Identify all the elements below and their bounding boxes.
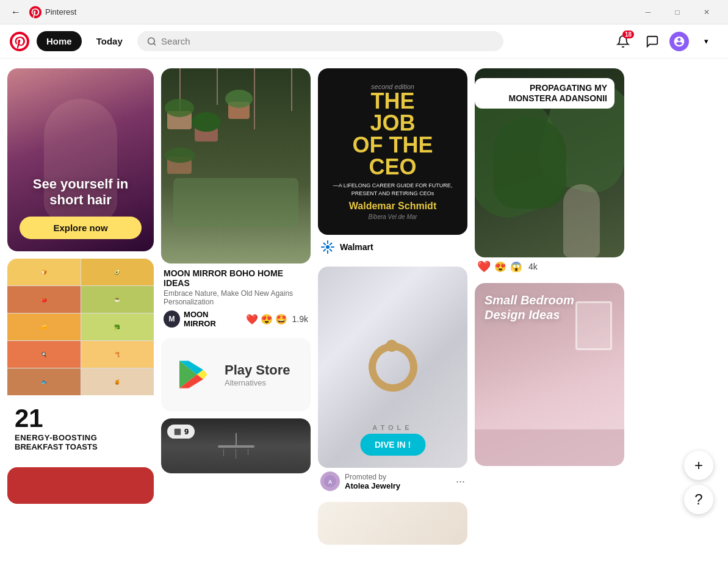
question-icon: ?: [694, 491, 702, 508]
bedroom-title: Small Bedroom Design Ideas: [485, 293, 614, 322]
toast-number: 21: [15, 404, 43, 432]
search-icon: [147, 37, 156, 46]
minimize-button[interactable]: ─: [634, 0, 662, 24]
notifications-button[interactable]: 18: [611, 29, 635, 54]
hair-promo-card[interactable]: See yourself in short hair Explore now: [7, 68, 154, 251]
playstore-subtitle: Alternatives: [225, 378, 290, 387]
plus-icon: +: [694, 457, 703, 474]
toast-title: ENERGY-BOOSTING: [15, 433, 146, 442]
breakfast-toasts-card[interactable]: 🍞 🥑 🍅 🥗 🧀 🥦 🍳 🥞 🐟 🍯 21 ENERGY-BOOSTING B…: [7, 259, 154, 460]
bedroom-card[interactable]: 1 Small Bedroom Design Ideas: [475, 283, 624, 466]
moon-count: 1.9k: [292, 314, 308, 324]
column-4: 1 PROPAGATING MY MONSTERA ADANSONII: [475, 68, 624, 466]
toast-subtitle: BREAKFAST TOASTS: [15, 442, 146, 451]
book-title: THE JOB OF THE CEO: [333, 90, 453, 178]
monstera-reactions: ❤️ 😍 😱 4k: [475, 257, 624, 276]
hair-promo-title: See yourself in short hair: [20, 176, 142, 208]
user-avatar[interactable]: [669, 32, 689, 51]
notification-badge: 18: [622, 30, 634, 38]
cat-icon: [673, 35, 685, 48]
chandelier-badge: 9: [167, 425, 195, 439]
explore-now-button[interactable]: Explore now: [20, 217, 142, 239]
walmart-icon: [320, 240, 335, 254]
light-room-card[interactable]: [318, 502, 467, 545]
red-fabric-card[interactable]: [7, 467, 154, 504]
moon-mirror-source: M MOON MIRROR: [164, 310, 241, 328]
chat-icon: [646, 35, 659, 48]
svg-line-8: [324, 243, 326, 245]
book-card[interactable]: second edition THE JOB OF THE CEO —A LIF…: [318, 68, 467, 259]
back-button[interactable]: ←: [7, 4, 24, 21]
atolea-avatar: A: [320, 472, 340, 491]
ring-card[interactable]: DIVE IN ! ATOLE A Promoted by: [318, 267, 467, 495]
help-button[interactable]: ?: [684, 485, 713, 514]
book-author: Waldemar Schmidt: [333, 201, 453, 212]
playstore-info: Play Store Alternatives: [225, 362, 290, 387]
today-button[interactable]: Today: [89, 31, 130, 51]
book-publisher: Bïbera Vel de Mar: [333, 213, 453, 220]
main-content: See yourself in short hair Explore now 🍞…: [0, 59, 728, 563]
svg-rect-2: [175, 428, 181, 435]
search-bar[interactable]: [137, 31, 503, 51]
add-button[interactable]: +: [684, 451, 713, 480]
svg-line-10: [324, 249, 326, 251]
pinterest-logo-icon: [29, 6, 41, 18]
search-input[interactable]: [161, 36, 494, 46]
plants-card[interactable]: 5: [161, 68, 311, 331]
column-2: 5: [161, 68, 311, 473]
promoter-name: Atolea Jewelry: [345, 481, 451, 490]
titlebar-brand-name: Pinterest: [45, 7, 76, 16]
promoted-by-label: Promoted by: [345, 473, 451, 481]
column-3: second edition THE JOB OF THE CEO —A LIF…: [318, 68, 467, 545]
monstera-card[interactable]: 1 PROPAGATING MY MONSTERA ADANSONII: [475, 68, 624, 276]
titlebar-brand: Pinterest: [29, 6, 76, 18]
monstera-text: PROPAGATING MY MONSTERA ADANSONII: [482, 83, 607, 104]
svg-line-11: [330, 243, 332, 245]
svg-line-9: [330, 249, 332, 251]
dive-in-button[interactable]: DIVE IN !: [360, 434, 425, 456]
close-button[interactable]: ✕: [693, 0, 721, 24]
home-button[interactable]: Home: [37, 31, 82, 51]
nav-right: 18 ▾: [611, 29, 718, 54]
playstore-title: Play Store: [225, 362, 290, 378]
source-name: MOON MIRROR: [184, 310, 240, 328]
chevron-down-icon: ▾: [704, 37, 708, 46]
svg-text:A: A: [328, 479, 333, 485]
svg-point-3: [326, 245, 330, 249]
back-icon: ←: [11, 7, 21, 18]
playstore-icon: [176, 355, 215, 394]
menu-chevron-button[interactable]: ▾: [694, 29, 718, 54]
promoted-section: A Promoted by Atolea Jewelry ···: [318, 468, 467, 495]
moon-mirror-info: MOON MIRROR BOHO HOME IDEAS Embrace Natu…: [161, 264, 311, 331]
messages-button[interactable]: [640, 29, 665, 54]
pinterest-nav-logo: [10, 32, 29, 51]
titlebar: ← Pinterest ─ □ ✕: [0, 0, 728, 24]
chandelier-card[interactable]: 9: [161, 418, 311, 473]
moon-subtitle: Embrace Nature, Make Old New Agains Pers…: [164, 289, 308, 306]
book-subtitle: —A LIFELONG CAREER GUIDE FOR FUTURE, PRE…: [333, 182, 453, 197]
moon-title: MOON MIRROR BOHO HOME IDEAS: [164, 268, 308, 288]
more-options-button[interactable]: ···: [456, 475, 465, 488]
playstore-card[interactable]: Play Store Alternatives: [161, 338, 311, 411]
promoted-info: Promoted by Atolea Jewelry: [345, 473, 451, 490]
window-controls: ─ □ ✕: [634, 0, 721, 24]
book-info: second edition THE JOB OF THE CEO —A LIF…: [333, 83, 453, 220]
navbar: Home Today 18 ▾: [0, 24, 728, 59]
walmart-name: Walmart: [340, 242, 373, 252]
walmart-source: Walmart: [318, 235, 467, 259]
column-1: See yourself in short hair Explore now 🍞…: [7, 68, 154, 504]
monstera-count: 4k: [528, 262, 538, 271]
pins-grid: See yourself in short hair Explore now 🍞…: [7, 68, 721, 545]
toasts-info: 21 ENERGY-BOOSTING BREAKFAST TOASTS: [7, 395, 154, 460]
maximize-button[interactable]: □: [663, 0, 691, 24]
moon-reactions: ❤️😍🤩 1.9k: [246, 314, 308, 325]
